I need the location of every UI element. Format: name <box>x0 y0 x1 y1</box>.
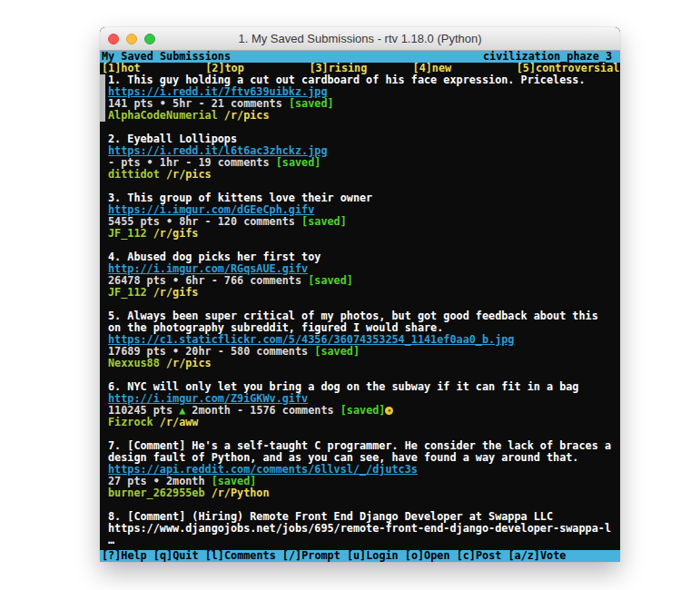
submission-author: JF_112 <box>108 287 147 299</box>
submission-stats-line: 110245 pts ▲ 2month - 1576 comments [sav… <box>100 405 620 417</box>
submission-link[interactable]: https://i.redd.it/7ftv639uibkz.jpg <box>108 86 327 98</box>
submission-link[interactable]: https://c1.staticflickr.com/5/4356/36074… <box>108 334 514 346</box>
submission-byline: AlphaCodeNumerial /r/pics <box>100 110 620 122</box>
sort-tab-new[interactable]: [4]new <box>413 63 517 74</box>
submission-byline: burner_262955eb /r/Python <box>100 487 620 499</box>
submission-link[interactable]: http://i.imgur.com/Z9iGKWv.gifv <box>108 393 308 405</box>
submission-title-line: 2. Eyeball Lollipops <box>100 133 620 145</box>
submission-stats-line: - pts • 1hr - 19 comments [saved] <box>100 157 620 169</box>
submission-stats-line: 17689 pts • 20hr - 580 comments [saved] <box>100 346 620 358</box>
blank-line <box>100 299 620 310</box>
saved-badge: [saved] <box>340 405 386 417</box>
blank-line <box>100 369 620 381</box>
submission-link[interactable]: https://i.redd.it/l6t6ac3zhckz.jpg <box>108 145 327 157</box>
submission-author: dittidot <box>108 169 160 181</box>
shortcut-help-bar: [?]Help [q]Quit [l]Comments [/]Prompt [u… <box>100 550 620 562</box>
score-and-time: 5455 pts • 8hr - 120 comments <box>108 216 301 228</box>
submission-item[interactable]: 5. Always been super critical of my phot… <box>100 310 620 369</box>
score-and-time: 26478 pts • 6hr - 766 comments <box>108 275 308 287</box>
selection-cursor <box>100 74 105 122</box>
gilded-icon <box>385 407 393 415</box>
submission-author: JF_112 <box>108 228 147 240</box>
saved-badge: [saved] <box>308 275 353 287</box>
truncation-ellipsis: … <box>100 535 620 546</box>
blank-line <box>100 240 620 251</box>
sort-tab-top[interactable]: [2]top <box>205 63 309 74</box>
submission-title-line: on the photography subreddit, figured I … <box>100 322 620 334</box>
submission-stats-line: 26478 pts • 6hr - 766 comments [saved] <box>100 275 620 287</box>
submission-subreddit: /r/gifs <box>153 287 199 299</box>
submission-item[interactable]: 1. This guy holding a cut out cardboard … <box>100 74 620 122</box>
submission-title-line: 1. This guy holding a cut out cardboard … <box>100 74 620 86</box>
submission-title-line: 4. Abused dog picks her first toy <box>100 251 620 263</box>
submission-author: Fizrock <box>108 417 153 428</box>
submission-author: Nexxus88 <box>108 358 160 369</box>
submission-link-line: https://i.redd.it/l6t6ac3zhckz.jpg <box>100 145 620 157</box>
terminal-screen: My Saved Submissions civilization_phaze_… <box>100 51 620 562</box>
score-and-time: 141 pts • 5hr - 21 comments <box>108 98 289 110</box>
saved-badge: [saved] <box>276 157 321 169</box>
submission-link-line: https://api.reddit.com/comments/6llvsl/_… <box>100 464 620 476</box>
submission-list: 1. This guy holding a cut out cardboard … <box>100 74 620 546</box>
submission-subreddit: /r/pics <box>224 110 270 122</box>
submission-item[interactable]: 8. [Comment] (Hiring) Remote Front End D… <box>100 511 620 546</box>
submission-link-line: http://i.imgur.com/RGqsAUE.gifv <box>100 263 620 275</box>
traffic-lights <box>108 34 155 44</box>
score-and-time: 110245 pts <box>108 405 179 417</box>
submission-author: AlphaCodeNumerial <box>108 110 218 122</box>
score-and-time: 27 pts • 2month <box>108 476 212 487</box>
submission-subreddit: /r/pics <box>166 169 212 181</box>
submission-subreddit: /r/gifs <box>153 228 199 240</box>
window-titlebar[interactable]: 1. My Saved Submissions - rtv 1.18.0 (Py… <box>100 27 620 51</box>
submission-link-line: https://i.redd.it/7ftv639uibkz.jpg <box>100 86 620 98</box>
submission-item[interactable]: 6. NYC will only let you bring a dog on … <box>100 381 620 428</box>
submission-link[interactable]: http://i.imgur.com/RGqsAUE.gifv <box>108 263 308 275</box>
submission-title-line: 7. [Comment] He's a self-taught C progra… <box>100 440 620 452</box>
submission-title-line: 6. NYC will only let you bring a dog on … <box>100 381 620 393</box>
submission-title-line: 5. Always been super critical of my phot… <box>100 310 620 322</box>
submission-byline: Fizrock /r/aww <box>100 417 620 428</box>
submission-subreddit: /r/aww <box>160 417 199 428</box>
zoom-button[interactable] <box>144 34 155 44</box>
saved-badge: [saved] <box>314 346 360 358</box>
submission-title-line: 8. [Comment] (Hiring) Remote Front End D… <box>100 511 620 523</box>
submission-title-line: design fault of Python, and as you can s… <box>100 452 620 464</box>
submission-link-line: http://i.imgur.com/Z9iGKWv.gifv <box>100 393 620 405</box>
submission-title-line: 3. This group of kittens love their owne… <box>100 192 620 204</box>
sort-menu: [1]hot [2]top [3]rising [4]new [5]contro… <box>100 63 620 74</box>
sort-tab-hot[interactable]: [1]hot <box>102 63 205 74</box>
score-and-time: - pts • 1hr - 19 comments <box>108 157 276 169</box>
submission-item[interactable]: 2. Eyeball Lollipopshttps://i.redd.it/l6… <box>100 133 620 181</box>
submission-byline: JF_112 /r/gifs <box>100 228 620 240</box>
score-and-time: 17689 pts • 20hr - 580 comments <box>108 346 314 358</box>
saved-badge: [saved] <box>289 98 334 110</box>
submission-stats-line: 141 pts • 5hr - 21 comments [saved] <box>100 98 620 110</box>
saved-badge: [saved] <box>212 476 257 487</box>
submission-item[interactable]: 4. Abused dog picks her first toyhttp://… <box>100 251 620 299</box>
submission-link-line: https://i.imgur.com/dGEeCph.gifv <box>100 204 620 216</box>
blank-line <box>100 499 620 511</box>
submission-byline: Nexxus88 /r/pics <box>100 358 620 369</box>
blank-line <box>100 428 620 440</box>
window-title: 1. My Saved Submissions - rtv 1.18.0 (Py… <box>238 32 481 45</box>
submission-item[interactable]: 7. [Comment] He's a self-taught C progra… <box>100 440 620 499</box>
sort-tab-rising[interactable]: [3]rising <box>309 63 412 74</box>
minimize-button[interactable] <box>126 34 137 44</box>
blank-line <box>100 181 620 192</box>
rtv-window: 1. My Saved Submissions - rtv 1.18.0 (Py… <box>100 27 620 562</box>
submission-item[interactable]: 3. This group of kittens love their owne… <box>100 192 620 240</box>
submission-link[interactable]: https://i.imgur.com/dGEeCph.gifv <box>108 204 314 216</box>
submission-stats-line: 27 pts • 2month [saved] <box>100 476 620 487</box>
close-button[interactable] <box>108 34 119 44</box>
submission-link[interactable]: https://api.reddit.com/comments/6llvsl/_… <box>108 464 418 476</box>
submission-title-line: https://www.djangojobs.net/jobs/695/remo… <box>100 523 620 535</box>
submission-link-line: https://c1.staticflickr.com/5/4356/36074… <box>100 334 620 346</box>
submission-byline: JF_112 /r/gifs <box>100 287 620 299</box>
score-and-time: 2month - 1576 comments <box>185 405 340 417</box>
saved-badge: [saved] <box>301 216 347 228</box>
submission-subreddit: /r/Python <box>212 487 270 499</box>
submission-stats-line: 5455 pts • 8hr - 120 comments [saved] <box>100 216 620 228</box>
submission-subreddit: /r/pics <box>166 358 212 369</box>
submission-byline: dittidot /r/pics <box>100 169 620 181</box>
sort-tab-controversial[interactable]: [5]controversial <box>517 63 620 74</box>
